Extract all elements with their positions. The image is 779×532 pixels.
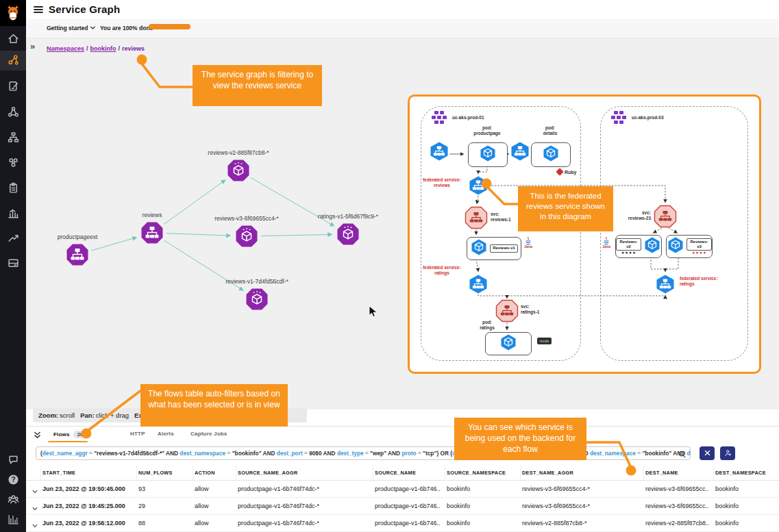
app-logo-cat xyxy=(0,0,26,26)
cell-dest-name-aggr: reviews-v2-885f87cb8-* xyxy=(521,520,644,527)
column-header-source-name: SOURCE_NAME xyxy=(373,466,445,480)
svc-reviews-23-label: svc: reviews-23 xyxy=(619,210,651,221)
progress-bar xyxy=(149,24,190,29)
cell-source-name: productpage-v1-6b746.. xyxy=(373,520,445,527)
home-icon xyxy=(8,33,19,47)
graph-node-reviews-v2-885f87cb8[interactable] xyxy=(227,159,250,182)
column-header-source-namespace: SOURCE_NAMESPACE xyxy=(445,466,521,480)
sidebar-item-metrics[interactable] xyxy=(0,204,26,225)
graph-node-reviews-v3-6f69655cc4[interactable] xyxy=(235,225,258,248)
pod-cube-icon xyxy=(542,144,560,165)
storage-box-icon xyxy=(8,257,19,271)
graph-node-ratings-v1-5f6d67f9c9[interactable] xyxy=(336,223,360,246)
row-expand-chevron-icon[interactable] xyxy=(32,520,38,527)
sidebar-item-process-tree[interactable] xyxy=(0,103,26,123)
sidebar-item-clusters[interactable] xyxy=(0,153,26,174)
reviews-v3-box: Reviews-v3 ★★★★ xyxy=(666,235,713,258)
sidebar-item-home[interactable] xyxy=(0,29,26,50)
flow-table-row[interactable]: Jun 23, 2022 @ 19:56:12.00088allowproduc… xyxy=(26,515,779,532)
graph-node-reviews[interactable] xyxy=(140,221,164,244)
callout-backend-service: You can see which service is being used … xyxy=(454,418,586,460)
service-graph-canvas[interactable]: » Namespaces/bookinfo/reviews productpag… xyxy=(26,38,779,409)
graph-node-label: reviews-v1-7d4fd56cdf-* xyxy=(188,278,325,285)
chat-bubble-icon xyxy=(8,454,19,468)
federated-reviews-label: federated service: reviews xyxy=(417,177,467,188)
bar-chart-icon xyxy=(8,514,19,528)
reviews-v3-stars: ★★★★ xyxy=(692,251,707,255)
sidebar-item-analytics[interactable] xyxy=(0,510,26,531)
federated-ratings-label: federated service: ratings xyxy=(417,265,467,276)
row-expand-chevron-icon[interactable] xyxy=(32,503,38,509)
tab-http[interactable]: HTTP xyxy=(130,431,145,437)
identity-filter-button[interactable] xyxy=(720,446,735,460)
sidebar-item-service-map[interactable] xyxy=(0,128,26,149)
sidebar-item-storage[interactable] xyxy=(0,253,26,274)
sidebar-item-community[interactable] xyxy=(0,490,26,511)
getting-started-dropdown[interactable]: Getting started xyxy=(47,25,96,31)
pod-productpage-box xyxy=(468,142,508,167)
java-logo: Java xyxy=(602,236,611,251)
flow-table-row[interactable]: Jun 23, 2022 @ 19:45:25.00029allowproduc… xyxy=(26,498,779,515)
cell-start-time: Jun 23, 2022 @ 19:45:25.000 xyxy=(41,503,137,509)
cell-source-name: productpage-v1-6b746.. xyxy=(373,503,445,509)
pod-cube-icon xyxy=(470,238,488,259)
column-header-start-time: START_TIME xyxy=(41,466,137,480)
sidebar-item-policy-editor[interactable] xyxy=(0,77,26,97)
clipboard-icon xyxy=(8,182,19,197)
service-graph-icon xyxy=(8,54,19,68)
pod-ratings-box xyxy=(485,332,532,355)
sidebar-item-service-graph[interactable] xyxy=(0,51,26,71)
hamburger-menu-icon[interactable] xyxy=(33,4,44,15)
cell-num-flows: 29 xyxy=(137,503,193,509)
cell-dest-name: reviews-v2-885f87cb8.. xyxy=(644,520,714,527)
sidebar-item-chat[interactable] xyxy=(0,451,26,471)
cluster-icon xyxy=(430,110,448,129)
pod-productpage-label: pod: productpage xyxy=(463,125,511,136)
column-header-source-name-aggr: SOURCE_NAME_AGGR xyxy=(236,466,373,480)
flow-table-row[interactable]: Jun 23, 2022 @ 19:50:45.00093allowproduc… xyxy=(26,481,779,498)
pod-details-label: pod: details xyxy=(531,125,569,136)
federated-reviews-service-icon xyxy=(468,175,489,199)
tab-flows[interactable]: Flows20 xyxy=(53,431,87,438)
help-icon: ? xyxy=(8,474,19,488)
sidebar-item-trends[interactable] xyxy=(0,229,26,249)
top-bar: Service Graph xyxy=(26,0,779,20)
flows-table: START_TIMENUM_FLOWSACTIONSOURCE_NAME_AGG… xyxy=(26,466,779,532)
ruby-logo: Ruby xyxy=(556,166,580,179)
federated-ratings-right-label: federated service: ratings xyxy=(680,276,734,287)
flows-table-header: START_TIMENUM_FLOWSACTIONSOURCE_NAME_AGG… xyxy=(26,466,779,481)
pod-cube-icon xyxy=(479,144,497,165)
sidebar-item-runbook[interactable] xyxy=(0,179,26,199)
chart-icon xyxy=(8,207,19,222)
cell-source-namespace: bookinfo xyxy=(445,503,521,509)
service-map-icon xyxy=(8,131,19,146)
search-icon[interactable] xyxy=(678,449,687,458)
tab-capture-jobs[interactable]: Capture Jobs xyxy=(190,431,227,437)
page-title: Service Graph xyxy=(49,3,120,15)
callout-flows-autofilter: The flows table auto-filters based on wh… xyxy=(140,384,288,427)
svc-reviews-1-icon xyxy=(465,206,488,232)
pod-cube-icon xyxy=(499,333,517,354)
reviews-v2-stars: ★★★★ xyxy=(621,251,636,255)
service-hexagon-icon xyxy=(510,141,530,164)
graph-node-reviews-v1-7d4fd56cdf[interactable] xyxy=(245,288,269,311)
nodejs-logo: node xyxy=(537,338,552,344)
row-expand-chevron-icon[interactable] xyxy=(32,485,38,492)
java-logo: Java xyxy=(523,236,533,251)
tab-alerts[interactable]: Alerts xyxy=(158,431,174,437)
column-header-num-flows: NUM_FLOWS xyxy=(137,466,193,480)
flows-table-body: Jun 23, 2022 @ 19:50:45.00093allowproduc… xyxy=(26,481,779,532)
svg-text:Java: Java xyxy=(602,244,611,249)
flow-filter-input[interactable]: (dest_name_aggr = "reviews-v1-7d4fd56cdf… xyxy=(36,446,691,460)
collapse-panel-icon[interactable] xyxy=(33,430,42,439)
cell-action: allow xyxy=(193,520,236,527)
sidebar-item-help[interactable]: ? xyxy=(0,470,26,491)
column-header-dest-name-aggr: DEST_NAME_AGGR xyxy=(521,466,644,480)
cell-num-flows: 88 xyxy=(137,520,193,527)
graph-node-productpageext[interactable] xyxy=(66,243,89,266)
cell-num-flows: 93 xyxy=(137,485,193,492)
clear-filter-button[interactable] xyxy=(700,446,715,460)
diagram-connectors xyxy=(410,97,759,372)
cell-dest-name-aggr: reviews-v3-6f69655cc4-* xyxy=(521,485,644,492)
federated-ratings-right-icon xyxy=(655,274,676,297)
